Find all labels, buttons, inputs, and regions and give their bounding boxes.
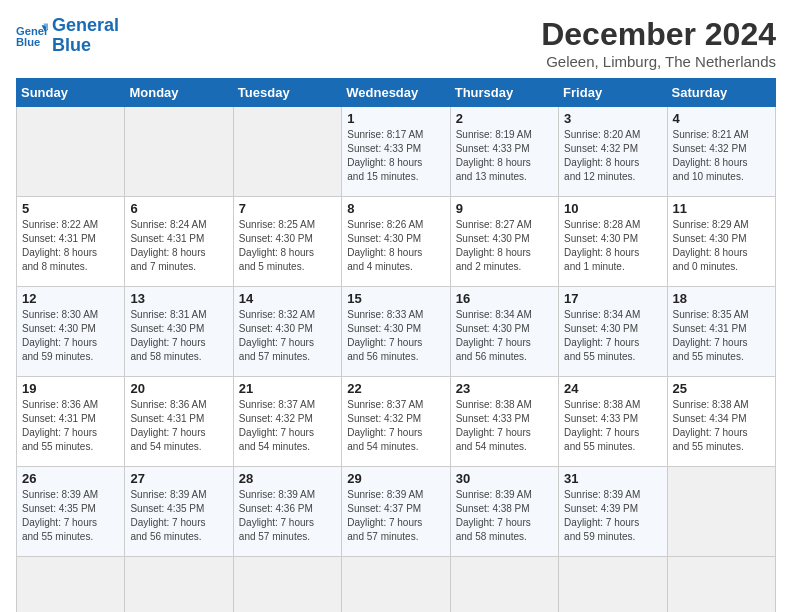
calendar-cell: [17, 107, 125, 197]
day-number: 25: [673, 381, 770, 396]
day-info: Sunrise: 8:39 AM Sunset: 4:38 PM Dayligh…: [456, 488, 553, 544]
calendar-cell: 19Sunrise: 8:36 AM Sunset: 4:31 PM Dayli…: [17, 377, 125, 467]
weekday-saturday: Saturday: [667, 79, 775, 107]
calendar-cell: 7Sunrise: 8:25 AM Sunset: 4:30 PM Daylig…: [233, 197, 341, 287]
day-info: Sunrise: 8:30 AM Sunset: 4:30 PM Dayligh…: [22, 308, 119, 364]
day-number: 7: [239, 201, 336, 216]
calendar-cell: 30Sunrise: 8:39 AM Sunset: 4:38 PM Dayli…: [450, 467, 558, 557]
day-number: 6: [130, 201, 227, 216]
weekday-friday: Friday: [559, 79, 667, 107]
day-number: 15: [347, 291, 444, 306]
calendar-cell: 4Sunrise: 8:21 AM Sunset: 4:32 PM Daylig…: [667, 107, 775, 197]
month-title: December 2024: [541, 16, 776, 53]
calendar-cell: 27Sunrise: 8:39 AM Sunset: 4:35 PM Dayli…: [125, 467, 233, 557]
calendar-row: 12Sunrise: 8:30 AM Sunset: 4:30 PM Dayli…: [17, 287, 776, 377]
day-info: Sunrise: 8:33 AM Sunset: 4:30 PM Dayligh…: [347, 308, 444, 364]
calendar-cell: 13Sunrise: 8:31 AM Sunset: 4:30 PM Dayli…: [125, 287, 233, 377]
day-number: 31: [564, 471, 661, 486]
calendar-cell: 22Sunrise: 8:37 AM Sunset: 4:32 PM Dayli…: [342, 377, 450, 467]
day-number: 1: [347, 111, 444, 126]
day-number: 21: [239, 381, 336, 396]
calendar-row: 26Sunrise: 8:39 AM Sunset: 4:35 PM Dayli…: [17, 467, 776, 557]
day-number: 11: [673, 201, 770, 216]
calendar-cell: [450, 557, 558, 613]
day-info: Sunrise: 8:26 AM Sunset: 4:30 PM Dayligh…: [347, 218, 444, 274]
day-number: 26: [22, 471, 119, 486]
day-info: Sunrise: 8:38 AM Sunset: 4:34 PM Dayligh…: [673, 398, 770, 454]
calendar-cell: 10Sunrise: 8:28 AM Sunset: 4:30 PM Dayli…: [559, 197, 667, 287]
day-number: 4: [673, 111, 770, 126]
day-number: 13: [130, 291, 227, 306]
calendar-cell: [667, 467, 775, 557]
day-number: 8: [347, 201, 444, 216]
calendar-cell: [17, 557, 125, 613]
calendar-row: 19Sunrise: 8:36 AM Sunset: 4:31 PM Dayli…: [17, 377, 776, 467]
day-info: Sunrise: 8:29 AM Sunset: 4:30 PM Dayligh…: [673, 218, 770, 274]
calendar-cell: 6Sunrise: 8:24 AM Sunset: 4:31 PM Daylig…: [125, 197, 233, 287]
day-info: Sunrise: 8:37 AM Sunset: 4:32 PM Dayligh…: [347, 398, 444, 454]
calendar-cell: 31Sunrise: 8:39 AM Sunset: 4:39 PM Dayli…: [559, 467, 667, 557]
calendar-cell: 5Sunrise: 8:22 AM Sunset: 4:31 PM Daylig…: [17, 197, 125, 287]
calendar-table: SundayMondayTuesdayWednesdayThursdayFrid…: [16, 78, 776, 612]
day-info: Sunrise: 8:39 AM Sunset: 4:35 PM Dayligh…: [22, 488, 119, 544]
logo: General Blue General Blue: [16, 16, 119, 56]
day-number: 29: [347, 471, 444, 486]
calendar-cell: [559, 557, 667, 613]
weekday-wednesday: Wednesday: [342, 79, 450, 107]
day-number: 18: [673, 291, 770, 306]
logo-text: General Blue: [52, 16, 119, 56]
day-info: Sunrise: 8:38 AM Sunset: 4:33 PM Dayligh…: [456, 398, 553, 454]
calendar-cell: 16Sunrise: 8:34 AM Sunset: 4:30 PM Dayli…: [450, 287, 558, 377]
weekday-tuesday: Tuesday: [233, 79, 341, 107]
calendar-cell: [342, 557, 450, 613]
day-number: 16: [456, 291, 553, 306]
day-info: Sunrise: 8:17 AM Sunset: 4:33 PM Dayligh…: [347, 128, 444, 184]
calendar-cell: 2Sunrise: 8:19 AM Sunset: 4:33 PM Daylig…: [450, 107, 558, 197]
weekday-monday: Monday: [125, 79, 233, 107]
day-number: 17: [564, 291, 661, 306]
day-number: 30: [456, 471, 553, 486]
day-number: 10: [564, 201, 661, 216]
day-info: Sunrise: 8:25 AM Sunset: 4:30 PM Dayligh…: [239, 218, 336, 274]
day-number: 12: [22, 291, 119, 306]
weekday-thursday: Thursday: [450, 79, 558, 107]
day-info: Sunrise: 8:35 AM Sunset: 4:31 PM Dayligh…: [673, 308, 770, 364]
day-info: Sunrise: 8:34 AM Sunset: 4:30 PM Dayligh…: [456, 308, 553, 364]
location-title: Geleen, Limburg, The Netherlands: [541, 53, 776, 70]
day-info: Sunrise: 8:28 AM Sunset: 4:30 PM Dayligh…: [564, 218, 661, 274]
calendar-cell: 25Sunrise: 8:38 AM Sunset: 4:34 PM Dayli…: [667, 377, 775, 467]
day-info: Sunrise: 8:19 AM Sunset: 4:33 PM Dayligh…: [456, 128, 553, 184]
day-info: Sunrise: 8:36 AM Sunset: 4:31 PM Dayligh…: [22, 398, 119, 454]
day-number: 24: [564, 381, 661, 396]
day-number: 27: [130, 471, 227, 486]
day-info: Sunrise: 8:39 AM Sunset: 4:37 PM Dayligh…: [347, 488, 444, 544]
calendar-cell: 21Sunrise: 8:37 AM Sunset: 4:32 PM Dayli…: [233, 377, 341, 467]
day-info: Sunrise: 8:22 AM Sunset: 4:31 PM Dayligh…: [22, 218, 119, 274]
calendar-cell: 20Sunrise: 8:36 AM Sunset: 4:31 PM Dayli…: [125, 377, 233, 467]
calendar-row: [17, 557, 776, 613]
weekday-sunday: Sunday: [17, 79, 125, 107]
calendar-cell: [125, 557, 233, 613]
calendar-cell: 29Sunrise: 8:39 AM Sunset: 4:37 PM Dayli…: [342, 467, 450, 557]
day-info: Sunrise: 8:34 AM Sunset: 4:30 PM Dayligh…: [564, 308, 661, 364]
day-info: Sunrise: 8:36 AM Sunset: 4:31 PM Dayligh…: [130, 398, 227, 454]
calendar-cell: 18Sunrise: 8:35 AM Sunset: 4:31 PM Dayli…: [667, 287, 775, 377]
title-area: December 2024 Geleen, Limburg, The Nethe…: [541, 16, 776, 70]
day-info: Sunrise: 8:24 AM Sunset: 4:31 PM Dayligh…: [130, 218, 227, 274]
day-info: Sunrise: 8:27 AM Sunset: 4:30 PM Dayligh…: [456, 218, 553, 274]
day-info: Sunrise: 8:38 AM Sunset: 4:33 PM Dayligh…: [564, 398, 661, 454]
day-number: 22: [347, 381, 444, 396]
day-number: 9: [456, 201, 553, 216]
calendar-cell: 28Sunrise: 8:39 AM Sunset: 4:36 PM Dayli…: [233, 467, 341, 557]
day-info: Sunrise: 8:31 AM Sunset: 4:30 PM Dayligh…: [130, 308, 227, 364]
calendar-cell: 3Sunrise: 8:20 AM Sunset: 4:32 PM Daylig…: [559, 107, 667, 197]
calendar-cell: 26Sunrise: 8:39 AM Sunset: 4:35 PM Dayli…: [17, 467, 125, 557]
day-number: 19: [22, 381, 119, 396]
day-info: Sunrise: 8:39 AM Sunset: 4:35 PM Dayligh…: [130, 488, 227, 544]
calendar-row: 5Sunrise: 8:22 AM Sunset: 4:31 PM Daylig…: [17, 197, 776, 287]
calendar-row: 1Sunrise: 8:17 AM Sunset: 4:33 PM Daylig…: [17, 107, 776, 197]
calendar-cell: [233, 107, 341, 197]
day-number: 14: [239, 291, 336, 306]
day-info: Sunrise: 8:39 AM Sunset: 4:36 PM Dayligh…: [239, 488, 336, 544]
calendar-cell: 15Sunrise: 8:33 AM Sunset: 4:30 PM Dayli…: [342, 287, 450, 377]
